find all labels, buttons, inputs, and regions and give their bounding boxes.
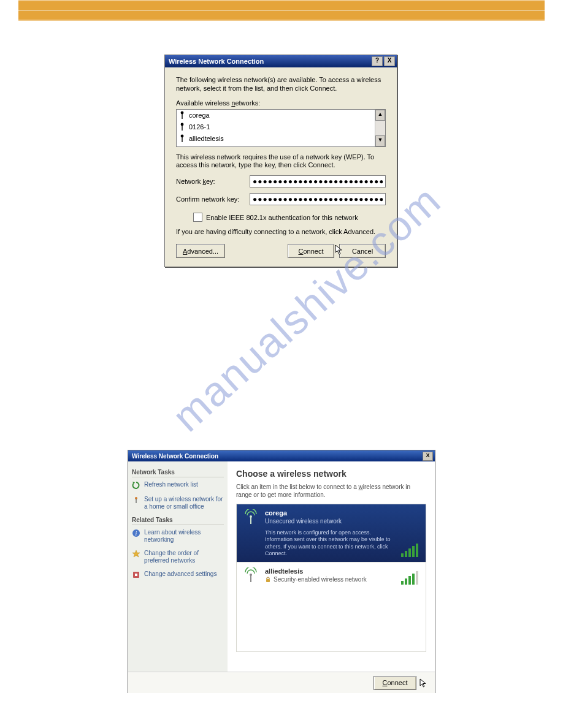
choose-network-instruction: Click an item in the list below to conne…	[236, 483, 426, 499]
dialog1-instruction: The following wireless network(s) are av…	[176, 76, 386, 93]
info-icon: i	[132, 529, 140, 537]
network-name: corega	[189, 112, 210, 119]
network-tasks-heading: Network Tasks	[132, 469, 224, 477]
network-key-input[interactable]	[250, 175, 386, 188]
network-security-label: Security-enabled wireless network	[274, 576, 367, 583]
learn-wireless-link[interactable]: i Learn about wireless networking	[132, 529, 224, 544]
choose-network-heading: Choose a wireless network	[236, 469, 426, 479]
antenna-icon	[179, 111, 185, 119]
network-detail-text: This network is configured for open acce…	[265, 529, 395, 557]
close-button[interactable]: X	[423, 452, 433, 461]
connect-button[interactable]: Connect	[288, 244, 334, 258]
enable-8021x-checkbox[interactable]	[193, 213, 202, 222]
svg-rect-15	[250, 575, 251, 582]
dialog1-title: Wireless Network Connection	[169, 58, 370, 65]
available-networks-list[interactable]: corega 0126-1 alliedtelesis ▲ ▼	[176, 109, 386, 147]
network-key-label: Network key:	[176, 178, 250, 185]
confirm-key-label: Confirm network key:	[176, 195, 250, 203]
choose-network-main: Choose a wireless network Click an item …	[228, 461, 435, 672]
star-icon	[132, 550, 140, 558]
scroll-up-button[interactable]: ▲	[375, 110, 385, 121]
network-card-selected[interactable]: corega Unsecured wireless network This n…	[237, 504, 426, 562]
dialog2-titlebar: Wireless Network Connection X	[128, 450, 435, 461]
change-order-link[interactable]: Change the order of preferred networks	[132, 550, 224, 564]
svg-rect-11	[135, 574, 137, 576]
network-card[interactable]: alliedtelesis Security-enabled wireless …	[237, 562, 426, 590]
svg-rect-7	[136, 499, 136, 503]
advanced-button[interactable]: Advanced...	[176, 244, 225, 258]
network-security-label: Unsecured wireless network	[265, 518, 395, 525]
page-header-bar	[18, 0, 545, 21]
svg-rect-3	[182, 125, 182, 131]
network-ssid: corega	[265, 509, 395, 517]
wireless-connect-dialog: Wireless Network Connection ? X The foll…	[164, 55, 397, 267]
refresh-icon	[132, 481, 140, 490]
confirm-key-input[interactable]	[250, 193, 386, 205]
svg-rect-16	[266, 579, 270, 582]
network-cards-list: corega Unsecured wireless network This n…	[236, 504, 426, 652]
lock-icon	[265, 577, 271, 583]
advanced-info-text: If you are having difficulty connecting …	[176, 228, 386, 235]
dialog2-title: Wireless Network Connection	[132, 453, 423, 460]
enable-8021x-label: Enable IEEE 802.1x authentication for th…	[206, 214, 358, 221]
network-list-item[interactable]: 0126-1	[177, 121, 385, 133]
network-name: alliedtelesis	[189, 135, 224, 142]
close-button[interactable]: X	[384, 56, 395, 66]
settings-icon	[132, 571, 140, 579]
svg-rect-5	[182, 137, 182, 142]
available-networks-label: Available wireless networks:	[176, 99, 386, 107]
network-key-info: This wireless network requires the use o…	[176, 153, 386, 170]
task-label: Change the order of preferred networks	[144, 550, 224, 564]
setup-wireless-link[interactable]: Set up a wireless network for a home or …	[132, 496, 224, 510]
antenna-icon	[179, 123, 185, 131]
choose-network-window: Wireless Network Connection X Network Ta…	[128, 450, 435, 693]
refresh-network-list-link[interactable]: Refresh network list	[132, 481, 224, 490]
antenna-icon	[179, 134, 185, 143]
task-label: Set up a wireless network for a home or …	[144, 496, 224, 510]
svg-text:i: i	[136, 530, 137, 537]
signal-antenna-icon	[243, 509, 259, 557]
cursor-icon	[334, 244, 345, 255]
network-list-item[interactable]: corega	[177, 110, 385, 121]
scroll-track[interactable]	[375, 121, 385, 135]
task-label: Learn about wireless networking	[144, 529, 224, 544]
network-name: 0126-1	[189, 123, 210, 131]
signal-antenna-icon	[243, 567, 259, 585]
dialog2-footer: Connect	[128, 672, 435, 693]
network-list-item[interactable]: alliedtelesis	[177, 133, 385, 145]
help-button[interactable]: ?	[372, 56, 383, 66]
cursor-icon	[419, 678, 429, 688]
related-tasks-heading: Related Tasks	[132, 517, 224, 525]
svg-rect-13	[250, 517, 251, 524]
connect-button[interactable]: Connect	[373, 676, 416, 690]
signal-bars-icon	[401, 509, 419, 557]
change-advanced-link[interactable]: Change advanced settings	[132, 571, 224, 579]
scroll-down-button[interactable]: ▼	[375, 135, 385, 146]
task-label: Change advanced settings	[144, 571, 216, 578]
network-ssid: alliedtelesis	[265, 567, 395, 575]
list-scrollbar[interactable]: ▲ ▼	[375, 110, 385, 146]
antenna-setup-icon	[132, 496, 140, 504]
cancel-button[interactable]: Cancel	[339, 244, 386, 258]
tasks-sidebar: Network Tasks Refresh network list Set u…	[128, 461, 228, 672]
dialog1-titlebar: Wireless Network Connection ? X	[165, 55, 397, 67]
svg-rect-1	[182, 113, 182, 119]
task-label: Refresh network list	[144, 481, 198, 488]
signal-bars-icon	[401, 567, 419, 585]
